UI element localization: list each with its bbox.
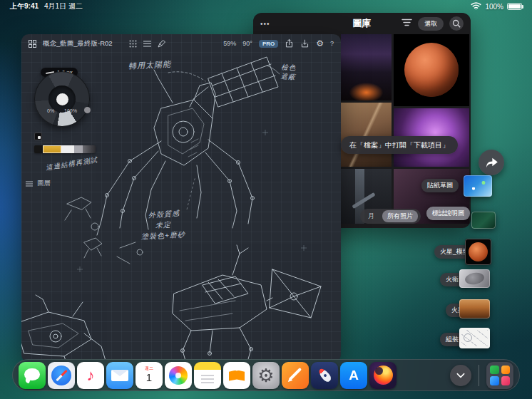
dock-icon-app-store[interactable]: A — [340, 362, 367, 389]
search-icon — [452, 19, 461, 28]
calendar-day-label: 1 — [135, 372, 163, 383]
app-store-letter: A — [349, 368, 359, 383]
share-forward-button[interactable] — [479, 150, 504, 175]
drag-item-thumbnail-mars[interactable] — [459, 299, 490, 318]
chevron-down-icon — [456, 372, 466, 379]
import-button[interactable] — [300, 38, 310, 48]
layers-menu-icon — [26, 181, 33, 187]
tool-wheel[interactable]: 1.6 px 0% 100% — [29, 63, 107, 170]
drag-item-thumbnail-mars-model[interactable] — [465, 239, 491, 265]
mini-app-tile — [501, 376, 511, 385]
select-button[interactable]: 選取 — [418, 17, 444, 31]
nine-dot-grid-icon — [129, 40, 137, 48]
dock: ♪ 週二 1 ⚙ A — [12, 359, 520, 391]
drag-item-thumbnail-logo-diagram[interactable] — [471, 212, 496, 229]
export-button[interactable] — [285, 38, 294, 48]
drag-item-label[interactable]: 貼紙草圖 — [421, 179, 459, 192]
dock-icon-settings[interactable]: ⚙ — [252, 362, 280, 389]
color-swatch-gray[interactable] — [74, 145, 83, 153]
import-icon — [300, 38, 310, 48]
clock-date: 4月1日 週二 — [44, 1, 83, 11]
app-library-button[interactable] — [486, 362, 513, 389]
app-grid-icon — [29, 40, 36, 48]
annotation-undecided: 未定 — [155, 220, 171, 231]
document-title[interactable]: 概念_藍圖_最終版-R02 — [43, 39, 113, 48]
zoom-level[interactable]: 59% — [223, 40, 236, 47]
dock-icon-photos[interactable] — [165, 362, 192, 389]
drawing-app-window: 轉用太陽能 檢色 遮蔽 V2 這邊結構再測試 外殼質感 未定 塗裝色+磨砂 概念… — [21, 34, 341, 362]
status-bar: 上午9:41 4月1日 週二 100% — [0, 0, 532, 13]
drag-item-thumbnail-assembly[interactable] — [459, 328, 490, 348]
color-swatch-gradient[interactable] — [83, 145, 96, 153]
chevron-down-button[interactable] — [450, 365, 471, 386]
download-tooltip: 在「檔案」中打開「下載項目」 — [341, 136, 458, 154]
share-icon — [285, 38, 294, 48]
mini-app-tile — [490, 376, 499, 385]
app-menu-button[interactable] — [29, 40, 36, 48]
dock-icon-music[interactable]: ♪ — [77, 362, 104, 389]
dock-icon-safari[interactable] — [48, 362, 75, 389]
mini-app-tile — [501, 366, 511, 375]
photo-mars-planet[interactable] — [394, 34, 469, 106]
drawing-toolbar: 概念_藍圖_最終版-R02 59% 90° PRO — [21, 34, 341, 53]
help-button[interactable]: ? — [330, 40, 334, 47]
dock-icon-drawing-app[interactable] — [282, 362, 309, 389]
tab-all-photos[interactable]: 所有照片 — [382, 210, 418, 222]
drag-item-label[interactable]: 標誌說明圖 — [426, 207, 470, 220]
search-button[interactable] — [449, 16, 464, 31]
more-options-icon[interactable]: ••• — [260, 20, 270, 28]
photo-volcano-night[interactable] — [341, 34, 392, 100]
filter-icon[interactable] — [401, 17, 412, 30]
forward-arrow-icon — [484, 156, 499, 170]
mini-app-tile — [490, 366, 499, 375]
lines-icon — [143, 40, 151, 48]
gallery-header: ••• 圖庫 選取 — [253, 13, 471, 34]
objects-button[interactable] — [129, 40, 137, 48]
color-swatch-white[interactable] — [61, 145, 74, 153]
gear-icon: ⚙ — [316, 38, 324, 48]
drag-item-thumbnail-sticker-sketch[interactable] — [464, 175, 492, 197]
battery-icon — [507, 3, 522, 10]
swatch-icon[interactable] — [34, 133, 42, 140]
brush-color-wheel[interactable] — [34, 71, 90, 127]
library-view-tabs: 月 所有照片 — [360, 209, 421, 224]
list-button[interactable] — [143, 40, 151, 48]
layers-toggle[interactable]: 圖層 — [26, 179, 51, 188]
color-swatch-black[interactable] — [34, 145, 43, 153]
clock-time: 上午9:41 — [10, 1, 39, 11]
active-tool-dot[interactable] — [56, 93, 68, 105]
wifi-icon — [471, 2, 481, 11]
dock-icon-firefox[interactable] — [369, 362, 397, 389]
rotation-level[interactable]: 90° — [242, 40, 252, 47]
dock-icon-rocket-app[interactable] — [311, 362, 338, 389]
dock-divider — [479, 365, 479, 386]
pro-badge[interactable]: PRO — [259, 40, 278, 48]
pen-tool-button[interactable] — [158, 40, 165, 48]
opacity-max-label: 100% — [64, 108, 77, 113]
settings-gear-icon: ⚙ — [257, 366, 274, 385]
opacity-min-label: 0% — [47, 108, 54, 113]
dock-icon-books[interactable] — [223, 362, 250, 389]
music-note-icon: ♪ — [87, 368, 95, 383]
dock-icon-notes[interactable] — [194, 362, 221, 389]
annotation-solar-power: 轉用太陽能 — [128, 58, 172, 71]
drag-item-thumbnail-deimos[interactable] — [459, 269, 490, 288]
layers-label: 圖層 — [37, 179, 51, 188]
color-swatch-gold-selected[interactable] — [43, 145, 61, 153]
battery-percent: 100% — [485, 3, 503, 11]
dock-icon-calendar[interactable]: 週二 1 — [135, 362, 163, 389]
dock-icon-mail[interactable] — [106, 362, 133, 389]
photo-desert-dunes[interactable] — [341, 103, 392, 167]
tab-months[interactable]: 月 — [363, 210, 379, 222]
dock-icon-messages[interactable] — [19, 362, 46, 389]
pen-icon — [158, 40, 165, 48]
annotation-color-note: 檢色 遮蔽 — [280, 62, 302, 82]
secondary-color-dot[interactable] — [84, 107, 91, 113]
color-strip[interactable] — [34, 145, 96, 153]
settings-button[interactable]: ⚙ — [316, 38, 324, 48]
